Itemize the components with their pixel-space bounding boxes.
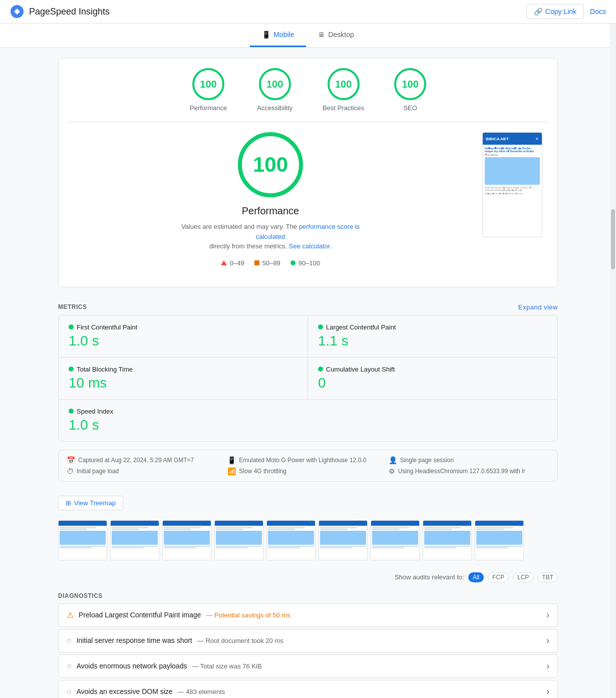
screenshot-thumb-4[interactable]: [214, 520, 263, 560]
metric-fcp: First Contentful Paint 1.0 s: [59, 315, 308, 358]
diagnostic-network-payloads-detail: — Total size was 76 KiB: [192, 662, 261, 670]
filter-tbt[interactable]: TBT: [537, 572, 558, 582]
metric-si-value: 1.0 s: [69, 417, 298, 433]
see-calculator-link[interactable]: See calculator.: [289, 242, 332, 250]
subtitle-link2: directly from these metrics.: [209, 242, 287, 250]
metric-empty: [308, 400, 557, 441]
circle-icon-1: ○: [67, 636, 72, 645]
info-session-text: Single page session: [400, 457, 454, 464]
diagnostic-preload-lcp-left: ⚠ Preload Largest Contentful Paint image…: [67, 610, 546, 620]
copy-link-label: Copy Link: [545, 8, 576, 16]
gear-icon: ⚙: [389, 467, 395, 475]
score-item-seo: 100 SEO: [394, 68, 426, 112]
metric-cls: Cumulative Layout Shift 0: [308, 358, 557, 400]
diagnostic-server-response-detail: — Root document took 20 ms: [197, 637, 283, 644]
tab-mobile[interactable]: 📱 Mobile: [250, 24, 306, 47]
diagnostic-preload-lcp[interactable]: ⚠ Preload Largest Contentful Paint image…: [58, 603, 558, 627]
info-page-load-text: Initial page load: [77, 468, 119, 475]
metric-fcp-dot: [69, 324, 74, 329]
performance-right: BIBICA.NET ✕ Hướng dẫn bước từng bước tạ…: [482, 132, 547, 267]
screenshot-thumb-9[interactable]: [475, 520, 524, 560]
svg-point-1: [15, 10, 19, 14]
screenshot-body: Hướng dẫn bước từng bước tạo Docker Imag…: [483, 145, 542, 237]
metrics-grid: First Contentful Paint 1.0 s Largest Con…: [58, 315, 558, 442]
score-section: 100 Performance 100 Accessibility 100 Be…: [58, 58, 558, 287]
app-title: PageSpeed Insights: [29, 7, 110, 17]
screenshot-preview: BIBICA.NET ✕ Hướng dẫn bước từng bước tạ…: [482, 132, 542, 237]
header-left: PageSpeed Insights: [10, 5, 110, 19]
treemap-label: View Treemap: [74, 499, 116, 507]
score-circle-accessibility: 100: [259, 68, 291, 100]
copy-link-button[interactable]: 🔗 Copy Link: [526, 4, 584, 19]
diagnostic-dom-size[interactable]: ○ Avoids an excessive DOM size — 483 ele…: [58, 680, 558, 699]
metric-tbt: Total Blocking Time 10 ms: [59, 358, 308, 400]
screenshot-thumb-2[interactable]: [110, 520, 159, 560]
tab-bar: 📱 Mobile 🖥 Desktop: [0, 24, 616, 48]
screenshot-thumb-1[interactable]: [58, 520, 107, 560]
score-legend: 0–49 50–89 90–100: [221, 259, 320, 267]
diagnostic-network-payloads[interactable]: ○ Avoids enormous network payloads — Tot…: [58, 654, 558, 678]
performance-title: Performance: [242, 205, 299, 217]
metric-cls-label-row: Cumulative Layout Shift: [318, 366, 547, 373]
performance-detail: 100 Performance Values are estimated and…: [69, 122, 547, 277]
diagnostic-preload-lcp-detail: — Potential savings of 50 ms: [206, 611, 290, 619]
diagnostic-server-response[interactable]: ○ Initial server response time was short…: [58, 629, 558, 652]
info-emulated: 📱 Emulated Moto G Power with Lighthouse …: [227, 456, 388, 464]
score-value-performance: 100: [200, 79, 216, 90]
score-label-accessibility: Accessibility: [257, 104, 292, 112]
metric-fcp-label: First Contentful Paint: [77, 323, 137, 331]
metrics-section: METRICS Expand view First Contentful Pai…: [58, 297, 558, 442]
performance-left: 100 Performance Values are estimated and…: [69, 132, 472, 267]
diagnostic-dom-size-text: Avoids an excessive DOM size: [77, 687, 173, 695]
signal-icon: 📶: [227, 467, 236, 475]
legend-pass-range: 90–100: [298, 259, 320, 267]
metric-lcp-dot: [318, 324, 323, 329]
score-circles: 100 Performance 100 Accessibility 100 Be…: [69, 68, 547, 112]
metric-fcp-label-row: First Contentful Paint: [69, 323, 297, 331]
diagnostic-preload-lcp-text: Preload Largest Contentful Paint image: [79, 611, 201, 619]
info-page-load: ⏱ Initial page load: [67, 467, 227, 475]
legend-average-range: 50–89: [262, 259, 280, 267]
phone-icon: 📱: [227, 456, 236, 464]
desktop-icon: 🖥: [318, 31, 325, 39]
screenshot-thumb-8[interactable]: [423, 520, 472, 560]
expand-view-link[interactable]: Expand view: [518, 303, 558, 311]
legend-triangle-icon: [221, 260, 227, 265]
main-content: 100 Performance 100 Accessibility 100 Be…: [50, 58, 566, 698]
pagespeed-logo-icon: [10, 5, 24, 19]
header-right: 🔗 Copy Link Docs: [526, 4, 606, 19]
filter-fcp[interactable]: FCP: [488, 572, 509, 582]
screenshot-thumb-7[interactable]: [371, 520, 420, 560]
diagnostics-section: DIAGNOSTICS ⚠ Preload Largest Contentful…: [58, 586, 558, 699]
header: PageSpeed Insights 🔗 Copy Link Docs: [0, 0, 616, 24]
circle-icon-2: ○: [67, 661, 72, 670]
screenshot-thumb-3[interactable]: [162, 520, 211, 560]
info-chromium: ⚙ Using HeadlessChromium 127.0.6533.99 w…: [389, 467, 549, 475]
metric-tbt-dot: [69, 367, 74, 372]
tab-desktop[interactable]: 🖥 Desktop: [306, 24, 366, 47]
audit-filters-label: Show audits relevant to:: [395, 573, 464, 581]
chevron-down-icon-2: ›: [546, 635, 549, 646]
metric-si-label: Speed Index: [77, 408, 113, 415]
screenshot-header-bar: BIBICA.NET ✕: [483, 133, 542, 145]
scrollbar-thumb[interactable]: [611, 209, 615, 269]
view-treemap-button[interactable]: ⊞ View Treemap: [58, 496, 123, 510]
info-captured-text: Captured at Aug 22, 2024, 5:29 AM GMT+7: [78, 457, 194, 464]
screenshot-thumb-5[interactable]: [266, 520, 316, 560]
tab-desktop-label: Desktop: [328, 31, 354, 39]
link-icon: 🔗: [534, 8, 542, 16]
user-icon: 👤: [389, 456, 397, 464]
docs-link[interactable]: Docs: [590, 8, 606, 16]
score-circle-seo: 100: [394, 68, 426, 100]
filter-lcp[interactable]: LCP: [513, 572, 533, 582]
clock-icon: ⏱: [67, 467, 74, 475]
metric-cls-label: Cumulative Layout Shift: [326, 366, 395, 373]
filter-all[interactable]: All: [468, 572, 484, 582]
screenshot-thumb-6[interactable]: [319, 520, 368, 560]
metric-fcp-value: 1.0 s: [69, 333, 297, 349]
metric-cls-dot: [318, 367, 323, 372]
info-throttling-text: Slow 4G throttling: [239, 468, 286, 475]
score-value-seo: 100: [402, 79, 418, 90]
diagnostic-server-response-text: Initial server response time was short: [77, 636, 192, 644]
metric-lcp-label: Largest Contentful Paint: [326, 323, 396, 331]
